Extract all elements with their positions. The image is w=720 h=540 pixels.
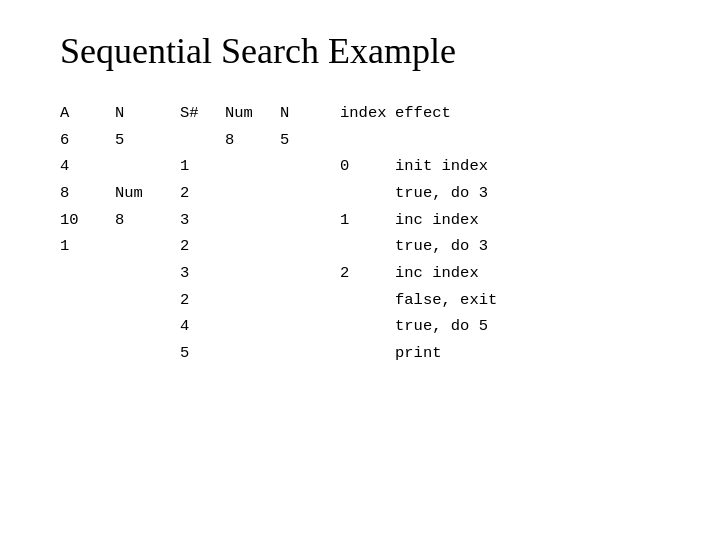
cell-a-6 xyxy=(60,260,115,287)
cell-ni-6 xyxy=(280,260,340,287)
cell-ni-5 xyxy=(280,233,340,260)
cell-sh-4: 3 xyxy=(180,207,225,234)
cell-sh-0: S# xyxy=(180,100,225,127)
cell-ni-4 xyxy=(280,207,340,234)
cell-num-0: Num xyxy=(225,100,280,127)
cell-sh-2: 1 xyxy=(180,153,225,180)
cell-index-2: 0 xyxy=(340,153,395,180)
cell-effect-0: effect xyxy=(395,100,575,127)
cell-effect-5: true, do 3 xyxy=(395,233,575,260)
cell-n-2 xyxy=(115,153,180,180)
cell-a-1: 6 xyxy=(60,127,115,154)
cell-a-5: 1 xyxy=(60,233,115,260)
cell-effect-2: init index xyxy=(395,153,575,180)
cell-sh-1 xyxy=(180,127,225,154)
cell-effect-9: print xyxy=(395,340,575,367)
cell-ni-0: N xyxy=(280,100,340,127)
cell-sh-8: 4 xyxy=(180,313,225,340)
cell-sh-9: 5 xyxy=(180,340,225,367)
cell-a-2: 4 xyxy=(60,153,115,180)
cell-n-8 xyxy=(115,313,180,340)
cell-a-7 xyxy=(60,287,115,314)
cell-n-5 xyxy=(115,233,180,260)
cell-num-3 xyxy=(225,180,280,207)
cell-num-9 xyxy=(225,340,280,367)
cell-sh-5: 2 xyxy=(180,233,225,260)
page-title: Sequential Search Example xyxy=(60,30,660,72)
cell-a-8 xyxy=(60,313,115,340)
cell-sh-7: 2 xyxy=(180,287,225,314)
cell-ni-3 xyxy=(280,180,340,207)
cell-n-3: Num xyxy=(115,180,180,207)
cell-a-9 xyxy=(60,340,115,367)
cell-n-0: N xyxy=(115,100,180,127)
cell-index-5 xyxy=(340,233,395,260)
cell-num-8 xyxy=(225,313,280,340)
cell-num-5 xyxy=(225,233,280,260)
cell-index-0: index xyxy=(340,100,395,127)
cell-n-1: 5 xyxy=(115,127,180,154)
cell-a-0: A xyxy=(60,100,115,127)
page: Sequential Search Example A N S# Num N i… xyxy=(0,0,720,540)
cell-effect-4: inc index xyxy=(395,207,575,234)
cell-effect-6: inc index xyxy=(395,260,575,287)
cell-num-6 xyxy=(225,260,280,287)
cell-effect-3: true, do 3 xyxy=(395,180,575,207)
cell-ni-2 xyxy=(280,153,340,180)
cell-num-2 xyxy=(225,153,280,180)
cell-index-1 xyxy=(340,127,395,154)
cell-effect-8: true, do 5 xyxy=(395,313,575,340)
cell-effect-7: false, exit xyxy=(395,287,575,314)
cell-ni-7 xyxy=(280,287,340,314)
cell-index-8 xyxy=(340,313,395,340)
cell-a-4: 10 xyxy=(60,207,115,234)
cell-num-7 xyxy=(225,287,280,314)
cell-effect-1 xyxy=(395,127,575,154)
content-grid: A N S# Num N index effect 6 5 8 5 4 1 0 … xyxy=(60,100,660,367)
cell-a-3: 8 xyxy=(60,180,115,207)
cell-n-9 xyxy=(115,340,180,367)
cell-ni-8 xyxy=(280,313,340,340)
cell-index-4: 1 xyxy=(340,207,395,234)
cell-sh-6: 3 xyxy=(180,260,225,287)
cell-n-6 xyxy=(115,260,180,287)
cell-index-9 xyxy=(340,340,395,367)
cell-ni-9 xyxy=(280,340,340,367)
cell-sh-3: 2 xyxy=(180,180,225,207)
cell-n-4: 8 xyxy=(115,207,180,234)
cell-n-7 xyxy=(115,287,180,314)
cell-num-1: 8 xyxy=(225,127,280,154)
cell-ni-1: 5 xyxy=(280,127,340,154)
cell-index-7 xyxy=(340,287,395,314)
cell-num-4 xyxy=(225,207,280,234)
cell-index-3 xyxy=(340,180,395,207)
cell-index-6: 2 xyxy=(340,260,395,287)
